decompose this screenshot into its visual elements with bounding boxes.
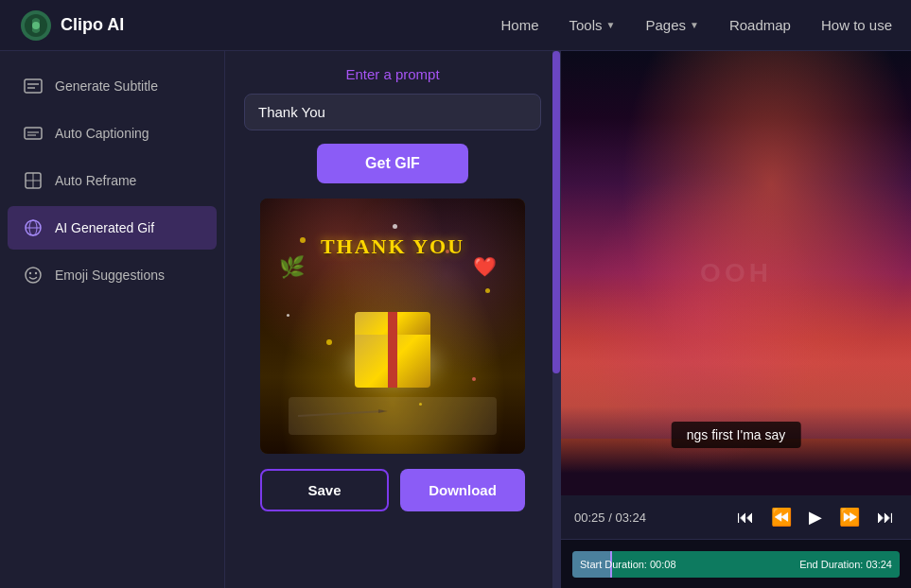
nav-home[interactable]: Home: [501, 17, 539, 33]
download-button[interactable]: Download: [400, 469, 525, 511]
svg-marker-19: [378, 409, 388, 413]
logo[interactable]: Clipo AI: [19, 9, 124, 43]
gift-body: [355, 335, 430, 388]
pen-svg: [298, 402, 393, 430]
sidebar-label-generate-subtitle: Generate Subtitle: [55, 78, 158, 94]
video-area: OOH ngs first I'ma say: [561, 51, 911, 495]
control-buttons: ⏮ ⏪ ▶ ⏩ ⏭: [733, 505, 898, 529]
prompt-input[interactable]: Thank You: [244, 94, 541, 130]
save-button[interactable]: Save: [260, 469, 389, 511]
sidebar: Generate Subtitle Auto Captioning Auto: [0, 51, 225, 588]
sidebar-label-ai-generated-gif: AI Generated Gif: [55, 220, 154, 235]
subtitle-icon: [23, 76, 44, 96]
timeline-end-text: End Duration: 03:24: [799, 559, 892, 570]
logo-text: Clipo AI: [61, 15, 124, 35]
right-panel: OOH ngs first I'ma say 00:25 / 03:24 ⏮ ⏪…: [561, 51, 911, 588]
pen-area: [289, 397, 497, 435]
time-current: 00:25: [574, 510, 605, 525]
time-total: 03:24: [615, 510, 646, 525]
sidebar-item-generate-subtitle[interactable]: Generate Subtitle: [8, 64, 217, 108]
pages-chevron: ▼: [690, 20, 699, 30]
reframe-icon: [23, 170, 44, 191]
time-display: 00:25 / 03:24: [574, 510, 646, 525]
gift-box: [355, 312, 430, 388]
fast-forward-button[interactable]: ⏩: [835, 505, 864, 529]
center-scroll: Enter a prompt Thank You Get GIF: [225, 51, 560, 588]
sidebar-item-emoji-suggestions[interactable]: Emoji Suggestions: [8, 253, 217, 297]
prompt-label: Enter a prompt: [244, 66, 541, 82]
caption-icon: [23, 123, 44, 144]
video-clouds: [561, 287, 911, 439]
play-button[interactable]: ▶: [805, 505, 826, 529]
main-nav: Home Tools ▼ Pages ▼ Roadmap How to use: [501, 17, 893, 33]
emoji-icon: [23, 265, 44, 285]
svg-point-16: [29, 272, 31, 274]
heart-decoration: ❤️: [473, 255, 497, 278]
video-controls: 00:25 / 03:24 ⏮ ⏪ ▶ ⏩ ⏭: [561, 495, 911, 539]
sidebar-label-auto-captioning: Auto Captioning: [55, 126, 149, 141]
logo-icon: [19, 9, 53, 43]
sidebar-item-auto-reframe[interactable]: Auto Reframe: [8, 159, 217, 202]
svg-rect-3: [25, 79, 42, 93]
nav-pages[interactable]: Pages ▼: [645, 17, 698, 33]
nav-tools[interactable]: Tools ▼: [569, 17, 616, 33]
timeline-start-text: Start Duration: 00:08: [580, 559, 676, 570]
svg-point-15: [26, 268, 41, 283]
svg-rect-6: [25, 128, 42, 139]
skip-start-button[interactable]: ⏮: [733, 506, 758, 529]
video-placeholder: OOH ngs first I'ma say: [561, 51, 911, 495]
scroll-thumb[interactable]: [552, 51, 560, 373]
skip-end-button[interactable]: ⏭: [873, 506, 898, 529]
header: Clipo AI Home Tools ▼ Pages ▼ Roadmap Ho…: [0, 0, 911, 51]
gif-inner: 🌿 THANK YOU ❤️: [260, 199, 525, 454]
caption-bar: ngs first I'ma say: [672, 422, 801, 448]
get-gif-button[interactable]: Get GIF: [317, 144, 468, 183]
sidebar-item-auto-captioning[interactable]: Auto Captioning: [8, 112, 217, 155]
nav-how-to-use[interactable]: How to use: [821, 17, 892, 33]
center-panel: Enter a prompt Thank You Get GIF: [225, 51, 561, 588]
timeline-bar[interactable]: Start Duration: 00:08 End Duration: 03:2…: [572, 551, 900, 578]
gift-ribbon-horizontal: [388, 312, 397, 335]
rewind-button[interactable]: ⏪: [767, 505, 796, 529]
sidebar-item-ai-generated-gif[interactable]: AI Generated Gif: [8, 206, 217, 250]
tools-chevron: ▼: [606, 20, 616, 30]
nav-roadmap[interactable]: Roadmap: [729, 17, 791, 33]
svg-point-17: [35, 272, 37, 274]
sidebar-label-auto-reframe: Auto Reframe: [55, 173, 136, 188]
svg-line-18: [298, 411, 383, 416]
gift-ribbon-vertical: [388, 335, 397, 388]
gif-preview: 🌿 THANK YOU ❤️: [260, 199, 525, 454]
timeline[interactable]: Start Duration: 00:08 End Duration: 03:2…: [561, 539, 911, 588]
gift-lid: [355, 312, 430, 335]
action-buttons: Save Download: [260, 469, 525, 511]
scroll-track[interactable]: [552, 51, 560, 588]
main-body: Generate Subtitle Auto Captioning Auto: [0, 51, 911, 588]
globe-icon: [23, 217, 44, 238]
svg-point-2: [32, 22, 40, 29]
sidebar-label-emoji-suggestions: Emoji Suggestions: [55, 268, 165, 283]
